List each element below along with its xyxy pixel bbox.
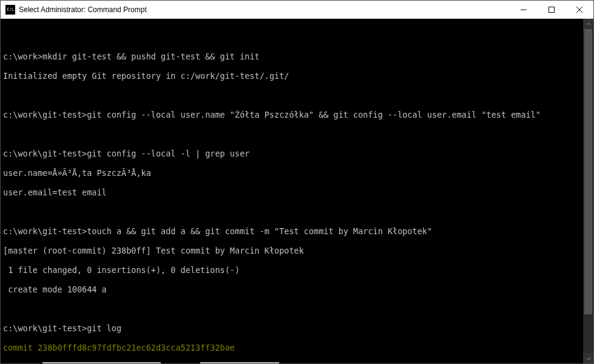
titlebar[interactable]: C:\ Select Administrator: Command Prompt [1, 1, 593, 19]
output-line [3, 129, 589, 139]
escaped-bytes: <C3><B3><C5><82> [200, 362, 279, 363]
output-line: c:\work\git-test>git log [3, 323, 589, 333]
close-icon [576, 7, 582, 13]
author-line: Author: <C5><BB><C3><B3><C5><82>ta Pszcz… [3, 362, 589, 363]
chevron-down-icon [586, 356, 591, 361]
output-line: user.name=Å»Ã³Å‚ta PszczÃ³Å‚ka [3, 168, 589, 178]
output-line: c:\work>mkdir git-test && pushd git-test… [3, 52, 589, 61]
output-line [3, 207, 589, 217]
commit-hash-line: commit 238b0fffd8c97fdfbc21ec62d3cca5213… [3, 343, 589, 352]
app-icon: C:\ [5, 5, 15, 15]
vertical-scrollbar[interactable] [583, 19, 593, 363]
output-line [3, 32, 589, 42]
scroll-track[interactable] [583, 29, 593, 353]
output-line: user.email=test email [3, 187, 589, 197]
escaped-bytes: <C5><BB><C3><B3><C5><82> [42, 362, 161, 363]
scroll-thumb[interactable] [584, 29, 592, 314]
chevron-up-icon [586, 22, 591, 27]
output-line: c:\work\git-test>touch a && git add a &&… [3, 226, 589, 236]
output-line [3, 304, 589, 314]
text: Author: [3, 362, 42, 363]
maximize-icon [548, 7, 555, 13]
maximize-button[interactable] [538, 1, 565, 18]
window-controls [510, 1, 593, 18]
text: ka <test email> [279, 362, 353, 363]
terminal-area[interactable]: c:\work>mkdir git-test && pushd git-test… [1, 19, 593, 363]
output-line: create mode 100644 a [3, 285, 589, 294]
output-line: c:\work\git-test>git config --local user… [3, 110, 589, 120]
output-line: [master (root-commit) 238b0ff] Test comm… [3, 246, 589, 255]
output-line [3, 90, 589, 100]
window-title: Select Administrator: Command Prompt [19, 5, 510, 14]
command-prompt-window: C:\ Select Administrator: Command Prompt… [0, 0, 594, 364]
text: ta Pszcz [161, 362, 200, 363]
output-line: Initialized empty Git repository in c:/w… [3, 71, 589, 81]
scroll-up-button[interactable] [583, 19, 593, 29]
close-button[interactable] [565, 1, 593, 18]
output-line: 1 file changed, 0 insertions(+), 0 delet… [3, 265, 589, 275]
minimize-icon [521, 7, 527, 13]
scroll-down-button[interactable] [583, 353, 593, 363]
minimize-button[interactable] [510, 1, 538, 18]
terminal-output: c:\work>mkdir git-test && pushd git-test… [3, 22, 589, 363]
output-line: c:\work\git-test>git config --local -l |… [3, 149, 589, 158]
svg-rect-1 [549, 7, 555, 12]
